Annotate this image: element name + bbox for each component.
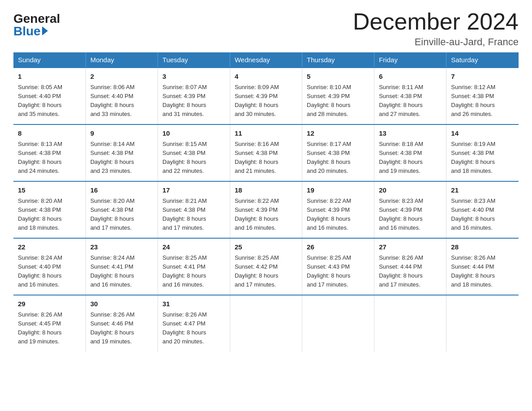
- day-number: 1: [18, 72, 81, 82]
- day-info: Sunrise: 8:24 AM Sunset: 4:40 PM Dayligh…: [18, 253, 81, 290]
- day-info: Sunrise: 8:26 AM Sunset: 4:46 PM Dayligh…: [90, 310, 153, 347]
- calendar-cell: 28Sunrise: 8:26 AM Sunset: 4:44 PM Dayli…: [446, 238, 519, 295]
- day-number: 14: [451, 128, 514, 139]
- day-info: Sunrise: 8:10 AM Sunset: 4:39 PM Dayligh…: [307, 83, 369, 119]
- calendar-cell: 8Sunrise: 8:13 AM Sunset: 4:38 PM Daylig…: [13, 124, 86, 181]
- day-number: 5: [307, 72, 369, 82]
- day-info: Sunrise: 8:20 AM Sunset: 4:38 PM Dayligh…: [18, 197, 81, 233]
- day-info: Sunrise: 8:25 AM Sunset: 4:43 PM Dayligh…: [307, 253, 369, 290]
- day-number: 23: [90, 242, 153, 253]
- calendar-cell: 6Sunrise: 8:11 AM Sunset: 4:38 PM Daylig…: [374, 68, 446, 124]
- day-number: 30: [90, 299, 153, 309]
- day-info: Sunrise: 8:09 AM Sunset: 4:39 PM Dayligh…: [235, 83, 297, 119]
- day-number: 25: [235, 242, 297, 253]
- calendar-cell: [446, 295, 519, 351]
- day-info: Sunrise: 8:15 AM Sunset: 4:38 PM Dayligh…: [163, 140, 225, 176]
- calendar-cell: 24Sunrise: 8:25 AM Sunset: 4:41 PM Dayli…: [158, 238, 230, 295]
- calendar-cell: 23Sunrise: 8:24 AM Sunset: 4:41 PM Dayli…: [86, 238, 158, 295]
- day-number: 19: [307, 185, 369, 196]
- calendar-header-tuesday: Tuesday: [158, 52, 230, 68]
- calendar-header-row: SundayMondayTuesdayWednesdayThursdayFrid…: [13, 52, 519, 68]
- day-number: 21: [451, 185, 514, 196]
- day-info: Sunrise: 8:24 AM Sunset: 4:41 PM Dayligh…: [90, 253, 153, 290]
- calendar-cell: 10Sunrise: 8:15 AM Sunset: 4:38 PM Dayli…: [158, 124, 230, 181]
- day-number: 2: [90, 72, 153, 82]
- day-info: Sunrise: 8:25 AM Sunset: 4:41 PM Dayligh…: [163, 253, 225, 290]
- day-number: 28: [451, 242, 514, 253]
- day-info: Sunrise: 8:20 AM Sunset: 4:38 PM Dayligh…: [90, 197, 153, 233]
- day-number: 11: [235, 128, 297, 139]
- day-info: Sunrise: 8:06 AM Sunset: 4:40 PM Dayligh…: [90, 83, 153, 119]
- page-header: General Blue December 2024 Einville-au-J…: [13, 9, 519, 48]
- location: Einville-au-Jard, France: [353, 36, 519, 48]
- calendar-cell: 2Sunrise: 8:06 AM Sunset: 4:40 PM Daylig…: [86, 68, 158, 124]
- day-number: 16: [90, 185, 153, 196]
- day-number: 27: [379, 242, 442, 253]
- calendar-cell: 29Sunrise: 8:26 AM Sunset: 4:45 PM Dayli…: [13, 295, 86, 351]
- calendar-cell: 13Sunrise: 8:18 AM Sunset: 4:38 PM Dayli…: [374, 124, 446, 181]
- calendar-cell: 14Sunrise: 8:19 AM Sunset: 4:38 PM Dayli…: [446, 124, 519, 181]
- calendar-header-saturday: Saturday: [446, 52, 519, 68]
- calendar-cell: 9Sunrise: 8:14 AM Sunset: 4:38 PM Daylig…: [86, 124, 158, 181]
- calendar-week-row: 1Sunrise: 8:05 AM Sunset: 4:40 PM Daylig…: [13, 68, 519, 124]
- calendar-week-row: 22Sunrise: 8:24 AM Sunset: 4:40 PM Dayli…: [13, 238, 519, 295]
- calendar-cell: 19Sunrise: 8:22 AM Sunset: 4:39 PM Dayli…: [302, 181, 374, 238]
- day-number: 17: [163, 185, 225, 196]
- calendar-header-sunday: Sunday: [13, 52, 86, 68]
- calendar-header-friday: Friday: [374, 52, 446, 68]
- calendar-cell: [374, 295, 446, 351]
- calendar-cell: 16Sunrise: 8:20 AM Sunset: 4:38 PM Dayli…: [86, 181, 158, 238]
- day-number: 9: [90, 128, 153, 139]
- day-info: Sunrise: 8:21 AM Sunset: 4:38 PM Dayligh…: [163, 197, 225, 233]
- day-number: 26: [307, 242, 369, 253]
- calendar-cell: 1Sunrise: 8:05 AM Sunset: 4:40 PM Daylig…: [13, 68, 86, 124]
- day-info: Sunrise: 8:19 AM Sunset: 4:38 PM Dayligh…: [451, 140, 514, 176]
- day-number: 31: [163, 299, 225, 309]
- calendar-cell: 17Sunrise: 8:21 AM Sunset: 4:38 PM Dayli…: [158, 181, 230, 238]
- day-number: 29: [18, 299, 81, 309]
- day-info: Sunrise: 8:26 AM Sunset: 4:45 PM Dayligh…: [18, 310, 81, 347]
- day-info: Sunrise: 8:26 AM Sunset: 4:47 PM Dayligh…: [163, 310, 225, 347]
- day-number: 18: [235, 185, 297, 196]
- day-info: Sunrise: 8:05 AM Sunset: 4:40 PM Dayligh…: [18, 83, 81, 119]
- day-info: Sunrise: 8:16 AM Sunset: 4:38 PM Dayligh…: [235, 140, 297, 176]
- day-info: Sunrise: 8:17 AM Sunset: 4:38 PM Dayligh…: [307, 140, 369, 176]
- day-info: Sunrise: 8:22 AM Sunset: 4:39 PM Dayligh…: [307, 197, 369, 233]
- calendar-cell: 3Sunrise: 8:07 AM Sunset: 4:39 PM Daylig…: [158, 68, 230, 124]
- calendar-header-thursday: Thursday: [302, 52, 374, 68]
- day-number: 24: [163, 242, 225, 253]
- calendar-cell: 30Sunrise: 8:26 AM Sunset: 4:46 PM Dayli…: [86, 295, 158, 351]
- logo-general: General: [13, 13, 60, 25]
- day-info: Sunrise: 8:13 AM Sunset: 4:38 PM Dayligh…: [18, 140, 81, 176]
- day-number: 8: [18, 128, 81, 139]
- day-info: Sunrise: 8:07 AM Sunset: 4:39 PM Dayligh…: [163, 83, 225, 119]
- calendar-week-row: 8Sunrise: 8:13 AM Sunset: 4:38 PM Daylig…: [13, 124, 519, 181]
- day-number: 13: [379, 128, 442, 139]
- title-block: December 2024 Einville-au-Jard, France: [353, 9, 519, 48]
- calendar-cell: 31Sunrise: 8:26 AM Sunset: 4:47 PM Dayli…: [158, 295, 230, 351]
- day-info: Sunrise: 8:26 AM Sunset: 4:44 PM Dayligh…: [379, 253, 442, 290]
- day-info: Sunrise: 8:12 AM Sunset: 4:38 PM Dayligh…: [451, 83, 514, 119]
- calendar-cell: 5Sunrise: 8:10 AM Sunset: 4:39 PM Daylig…: [302, 68, 374, 124]
- calendar-cell: 18Sunrise: 8:22 AM Sunset: 4:39 PM Dayli…: [230, 181, 302, 238]
- calendar-cell: 21Sunrise: 8:23 AM Sunset: 4:40 PM Dayli…: [446, 181, 519, 238]
- logo: General Blue: [13, 13, 60, 38]
- calendar-cell: 11Sunrise: 8:16 AM Sunset: 4:38 PM Dayli…: [230, 124, 302, 181]
- calendar-cell: 7Sunrise: 8:12 AM Sunset: 4:38 PM Daylig…: [446, 68, 519, 124]
- calendar-table: SundayMondayTuesdayWednesdayThursdayFrid…: [13, 52, 519, 351]
- calendar-week-row: 29Sunrise: 8:26 AM Sunset: 4:45 PM Dayli…: [13, 295, 519, 351]
- day-number: 12: [307, 128, 369, 139]
- calendar-cell: [230, 295, 302, 351]
- day-number: 15: [18, 185, 81, 196]
- calendar-header-wednesday: Wednesday: [230, 52, 302, 68]
- day-number: 22: [18, 242, 81, 253]
- day-info: Sunrise: 8:23 AM Sunset: 4:39 PM Dayligh…: [379, 197, 442, 233]
- day-info: Sunrise: 8:26 AM Sunset: 4:44 PM Dayligh…: [451, 253, 514, 290]
- calendar-cell: [302, 295, 374, 351]
- day-number: 10: [163, 128, 225, 139]
- day-info: Sunrise: 8:22 AM Sunset: 4:39 PM Dayligh…: [235, 197, 297, 233]
- calendar-header-monday: Monday: [86, 52, 158, 68]
- day-number: 6: [379, 72, 442, 82]
- calendar-cell: 25Sunrise: 8:25 AM Sunset: 4:42 PM Dayli…: [230, 238, 302, 295]
- calendar-cell: 27Sunrise: 8:26 AM Sunset: 4:44 PM Dayli…: [374, 238, 446, 295]
